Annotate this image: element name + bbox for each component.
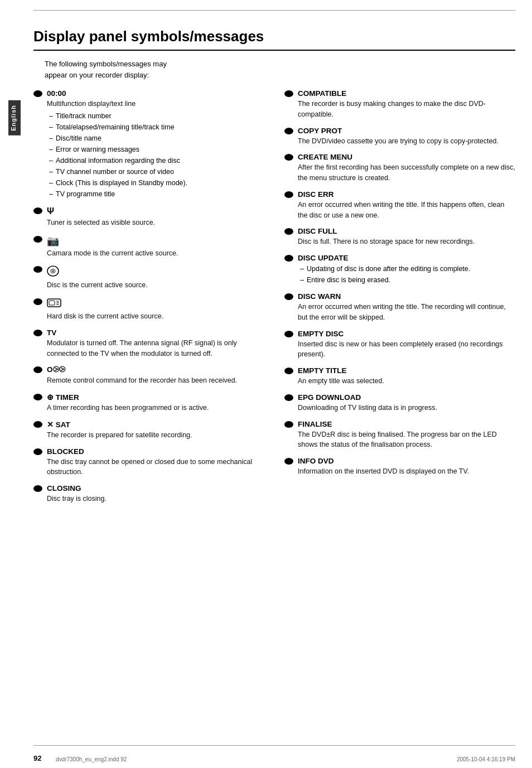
symbol-desc: Disc is full. There is no storage space …: [298, 236, 515, 247]
list-item: ⊕ TIMER A timer recording has been progr…: [33, 393, 268, 413]
bullet: [284, 293, 293, 300]
symbol-content: TV Modulator is turned off. The antenna …: [47, 329, 268, 359]
symbol-desc: Information on the inserted DVD is displ…: [298, 466, 515, 477]
symbol-title: TV: [47, 329, 268, 337]
symbol-title: [47, 265, 268, 279]
bullet: [284, 228, 293, 235]
symbol-content: EMPTY DISC Inserted disc is new or has b…: [298, 330, 515, 360]
timer-icon: ⊕: [47, 393, 54, 402]
intro-line2: appear on your recorder display:: [45, 71, 149, 79]
symbol-desc: Tuner is selected as visible source.: [47, 218, 268, 228]
list-item: TV programme title: [47, 189, 268, 200]
list-item: EMPTY TITLE An empty title was selected.: [284, 366, 515, 387]
symbol-title: ✕ SAT: [47, 420, 268, 429]
bullet: [33, 366, 42, 373]
right-column: COMPATIBLE The recorder is busy making c…: [284, 89, 515, 511]
list-item: Disc is the current active source.: [33, 265, 268, 291]
symbol-title: COPY PROT: [298, 127, 515, 135]
symbol-content: FINALISE The DVD±R disc is being finalis…: [298, 420, 515, 451]
bullet: [33, 394, 42, 400]
bullet: [33, 421, 42, 428]
bullet: [33, 207, 42, 214]
bullet: [33, 298, 42, 305]
symbol-desc: The recorder is prepared for satellite r…: [47, 430, 268, 441]
symbol-desc: An empty title was selected.: [298, 376, 515, 387]
symbol-content: BLOCKED The disc tray cannot be opened o…: [47, 447, 268, 478]
list-item: DISC UPDATE Updating of disc is done aft…: [284, 254, 515, 286]
symbol-title: DISC FULL: [298, 227, 515, 235]
symbol-content: ⊕ TIMER A timer recording has been progr…: [47, 393, 268, 413]
bullet: [33, 448, 42, 455]
content-area: Display panel symbols/messages The follo…: [33, 17, 515, 740]
svg-point-2: [52, 271, 54, 272]
list-item: ✕ SAT The recorder is prepared for satel…: [33, 420, 268, 441]
symbol-desc: Inserted disc is new or has been complet…: [298, 339, 515, 360]
symbol-title: EMPTY DISC: [298, 330, 515, 338]
symbol-desc: A timer recording has been programmed or…: [47, 403, 268, 413]
list-item: TV channel number or source of video: [47, 166, 268, 177]
symbol-desc: The DVD/video cassette you are trying to…: [298, 136, 515, 147]
symbol-content: DISC ERR An error occurred when writing …: [298, 190, 515, 221]
symbol-desc: An error occurred when writing the title…: [298, 302, 515, 323]
hdd-icon: [47, 297, 61, 308]
top-border: [33, 10, 515, 11]
list-item: Hard disk is the current active source.: [33, 297, 268, 322]
bullet: [33, 330, 42, 336]
symbol-content: DISC FULL Disc is full. There is no stor…: [298, 227, 515, 247]
symbol-content: Disc is the current active source.: [47, 265, 268, 291]
bottom-border: [33, 745, 515, 746]
list-item: Updating of disc is done after the editi…: [298, 263, 515, 274]
tuner-icon: Ψ: [47, 206, 54, 216]
symbol-title: INFO DVD: [298, 457, 515, 465]
disc-icon: [47, 265, 59, 277]
page-wrapper: English Display panel symbols/messages T…: [0, 0, 532, 768]
symbol-title: CREATE MENU: [298, 153, 515, 161]
symbol-title: CLOSING: [47, 484, 268, 492]
list-item: EPG DOWNLOAD Downloading of TV listing d…: [284, 393, 515, 413]
bullet: [284, 421, 293, 428]
symbol-content: 00:00 Multifunction display/text line Ti…: [47, 89, 268, 200]
sat-icon: ✕: [47, 421, 54, 429]
symbol-title: 📷: [47, 235, 268, 247]
symbol-desc: The DVD±R disc is being finalised. The p…: [298, 429, 515, 451]
list-item: Clock (This is displayed in Standby mode…: [47, 177, 268, 189]
footer-right: 2005-10-04 4:16:19 PM: [457, 756, 515, 762]
symbol-title: DISC ERR: [298, 190, 515, 199]
list-item: EMPTY DISC Inserted disc is new or has b…: [284, 330, 515, 360]
svg-rect-4: [49, 301, 55, 305]
symbol-content: 📷 Camara mode is the current active sour…: [47, 235, 268, 259]
side-tab-english: English: [8, 100, 21, 136]
list-item: BLOCKED The disc tray cannot be opened o…: [33, 447, 268, 478]
symbol-content: EMPTY TITLE An empty title was selected.: [298, 366, 515, 387]
list-item: Error or warning messages: [47, 144, 268, 155]
bullet: [284, 90, 293, 97]
list-item: Total/elapsed/remaining title/track time: [47, 122, 268, 133]
symbol-desc: Multifunction display/text line: [47, 99, 268, 109]
symbol-content: COPY PROT The DVD/video cassette you are…: [298, 127, 515, 147]
intro-line1: The following symbols/messages may: [45, 60, 167, 68]
symbol-desc: The disc tray cannot be opened or closed…: [47, 457, 268, 478]
list-item: Entire disc is being erased.: [298, 274, 515, 286]
symbol-desc: After the first recording has been succe…: [298, 162, 515, 183]
list-item: DISC WARN An error occurred when writing…: [284, 292, 515, 323]
symbol-title: ⊕ TIMER: [47, 393, 268, 402]
list-item: Ψ Tuner is selected as visible source.: [33, 206, 268, 228]
bullet: [284, 368, 293, 374]
bullet: [33, 485, 42, 492]
symbol-desc: Disc tray is closing.: [47, 494, 268, 504]
symbol-desc: Downloading of TV listing data is in pro…: [298, 403, 515, 413]
symbol-desc: The recorder is busy making changes to m…: [298, 99, 515, 120]
bullet: [284, 331, 293, 337]
symbol-title: [47, 297, 268, 310]
symbol-content: INFO DVD Information on the inserted DVD…: [298, 457, 515, 477]
bullet: [284, 255, 293, 262]
symbol-desc: Modulator is turned off. The antenna sig…: [47, 338, 268, 359]
list-item: TV Modulator is turned off. The antenna …: [33, 329, 268, 359]
list-item: Additional information regarding the dis…: [47, 155, 268, 166]
symbol-desc: Disc is the current active source.: [47, 280, 268, 291]
bullet: [33, 90, 42, 97]
symbol-title: DISC WARN: [298, 292, 515, 301]
symbol-title: Ψ: [47, 206, 268, 216]
footer-left: dvdr7300h_eu_eng2.indd 92: [56, 756, 127, 762]
symbol-title: O⧁⧁: [47, 365, 268, 374]
